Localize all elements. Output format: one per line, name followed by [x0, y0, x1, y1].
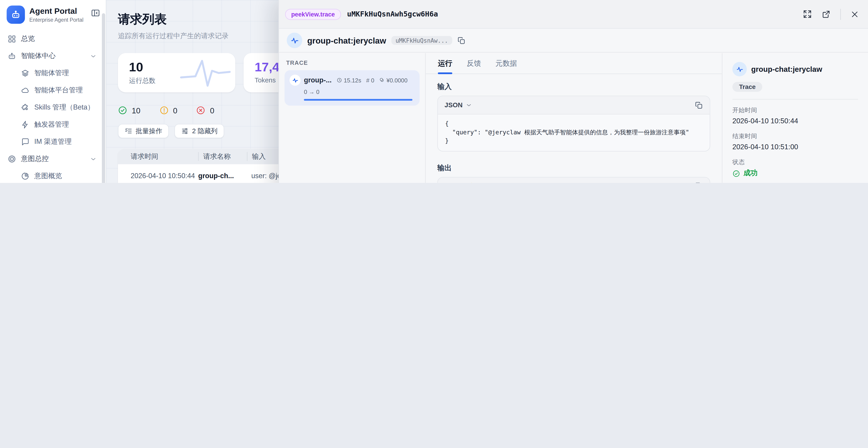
input-json-code: { "query": "@jeryclaw 根据天气助手智能体提供的信息，为我整…	[438, 114, 710, 150]
field-end-time: 结束时间 2026-04-10 10:51:00	[733, 132, 858, 151]
copy-output-icon[interactable]	[694, 182, 703, 183]
message-square-icon	[21, 138, 29, 146]
sidebar-item-triggers[interactable]: 触发器管理	[3, 116, 102, 133]
check-circle-icon	[733, 170, 740, 177]
list-checks-icon	[125, 127, 132, 135]
input-card: JSON { "query": "@jeryclaw 根据天气助手智能体提供的信…	[437, 96, 710, 151]
app-window: Agent Portal Enterprise Agent Portal 总览 …	[0, 0, 868, 183]
node-count: # 0	[366, 77, 374, 83]
sidebar-item-overview[interactable]: 总览	[3, 31, 102, 48]
output-card: Pretty✨ 根据天气播报员提供的深圳天气信息，我为你整理一份旅游注意事项： …	[437, 177, 710, 183]
meta-activity-icon	[733, 62, 747, 76]
chevron-down-icon	[465, 102, 472, 108]
peek-titlebar: group-chat:jeryclaw uMKFkHuQsnAw...	[279, 29, 868, 53]
peek-body: TRACE group-... 15.12s # 0 ¥0.0000 0 → 0	[279, 53, 868, 183]
divider	[733, 99, 858, 99]
sidebar-collapse-icon[interactable]	[91, 8, 100, 20]
field-status: 状态 成功	[733, 158, 858, 178]
pane-divider	[425, 53, 426, 183]
field-start-time: 开始时间 2026-04-10 10:50:44	[733, 106, 858, 125]
output-format-select[interactable]: Pretty✨	[445, 182, 484, 183]
sidebar-item-agent-management[interactable]: 智能体管理	[3, 65, 102, 82]
chevron-down-icon	[90, 156, 97, 163]
trace-pane-label: TRACE	[286, 59, 420, 66]
bot-icon	[8, 52, 16, 60]
tab-run[interactable]: 运行	[438, 53, 452, 74]
pie-chart-icon	[21, 172, 29, 180]
grid-icon	[8, 35, 16, 43]
check-circle-icon	[118, 106, 127, 115]
node-activity-icon	[289, 75, 301, 86]
sidebar-nav: 总览 智能体中心 智能体管理 智能体平台管理 Skills 管理（Beta） 触…	[0, 28, 106, 183]
copy-input-icon[interactable]	[694, 101, 703, 109]
divider	[840, 8, 841, 20]
sparkline-icon	[180, 57, 231, 89]
column-header-name: 请求名称	[198, 152, 247, 161]
sidebar-header: Agent Portal Enterprise Agent Portal	[0, 0, 106, 28]
sidebar-item-agent-platform[interactable]: 智能体平台管理	[3, 82, 102, 99]
sidebar-item-skills[interactable]: Skills 管理（Beta）	[3, 99, 102, 116]
input-card-header: JSON	[438, 96, 710, 114]
copy-icon[interactable]	[458, 36, 466, 44]
chevron-down-icon	[90, 53, 97, 60]
input-format-select[interactable]: JSON	[445, 101, 472, 109]
trace-meta-pane: group-chat:jeryclaw Trace 开始时间 2026-04-1…	[722, 53, 868, 183]
sidebar-group-agent-center[interactable]: 智能体中心	[3, 48, 102, 65]
stat-card-runs: 10 运行总数	[118, 53, 235, 92]
sliders-icon	[181, 127, 189, 135]
trace-node[interactable]: group-... 15.12s # 0 ¥0.0000 0 → 0	[285, 70, 420, 105]
trace-peek-panel: peekView.trace uMKFkHuQsnAwh5gcw6H6a gro…	[278, 0, 868, 183]
output-card-header: Pretty✨	[438, 177, 710, 183]
trace-activity-icon	[287, 33, 303, 48]
peek-view-badge: peekView.trace	[285, 8, 341, 20]
sparkles-icon: ✨	[466, 182, 474, 183]
tab-metadata[interactable]: 元数据	[495, 53, 517, 74]
trace-entry-title: group-chat:jeryclaw	[307, 36, 386, 45]
hidden-columns-button[interactable]: 2 隐藏列	[174, 124, 224, 138]
node-cost: ¥0.0000	[379, 77, 408, 83]
puzzle-icon	[21, 103, 29, 112]
trace-detail-pane: 运行 反馈 元数据 输入 JSON { "query": "@jeryclaw …	[426, 53, 722, 183]
sidebar-item-intent-overview[interactable]: 意图概览	[3, 168, 102, 183]
sidebar-item-im-channels[interactable]: IM 渠道管理	[3, 133, 102, 150]
layers-icon	[21, 69, 29, 77]
clock-icon	[337, 77, 342, 83]
trace-id: uMKFkHuQsnAwh5gcw6H6a	[347, 10, 438, 18]
detail-scroll-area: 输入 JSON { "query": "@jeryclaw 根据天气助手智能体提…	[426, 74, 722, 183]
node-duration: 15.12s	[337, 77, 361, 83]
app-name: Agent Portal	[29, 6, 84, 16]
trace-tree-pane: TRACE group-... 15.12s # 0 ¥0.0000 0 → 0	[279, 53, 425, 183]
output-section-label: 输出	[437, 163, 710, 173]
warning-count: 0	[159, 106, 177, 115]
detail-tabs: 运行 反馈 元数据	[426, 53, 722, 74]
node-tokens-flow: 0 → 0	[304, 89, 414, 95]
success-count: 10	[118, 106, 141, 115]
maximize-icon[interactable]	[803, 9, 812, 19]
column-header-time: 请求时间	[131, 152, 198, 161]
zap-icon	[21, 120, 29, 129]
peek-actions	[803, 8, 859, 20]
tab-feedback[interactable]: 反馈	[467, 53, 481, 74]
target-icon	[8, 155, 16, 163]
error-count: 0	[196, 106, 214, 115]
x-circle-icon	[196, 106, 206, 115]
status-badge: 成功	[743, 169, 758, 178]
trace-type-badge: Trace	[733, 82, 762, 92]
app-logo-robot-icon	[6, 5, 25, 24]
node-name: group-...	[304, 76, 331, 84]
pane-divider	[722, 53, 722, 183]
peek-header: peekView.trace uMKFkHuQsnAwh5gcw6H6a	[279, 0, 868, 29]
sidebar-group-intent[interactable]: 意图总控	[3, 150, 102, 168]
cloud-icon	[21, 86, 29, 95]
meta-title: group-chat:jeryclaw	[751, 65, 822, 73]
coins-icon	[379, 77, 385, 83]
app-subtitle: Enterprise Agent Portal	[29, 16, 84, 23]
alert-circle-icon	[159, 106, 168, 115]
trace-id-short: uMKFkHuQsnAw...	[391, 36, 452, 45]
batch-actions-button[interactable]: 批量操作	[118, 124, 169, 138]
node-duration-bar	[304, 99, 412, 100]
sidebar-scrollbar[interactable]	[102, 13, 105, 183]
close-icon[interactable]	[850, 10, 859, 19]
input-section-label: 输入	[437, 82, 710, 92]
external-link-icon[interactable]	[822, 9, 831, 19]
